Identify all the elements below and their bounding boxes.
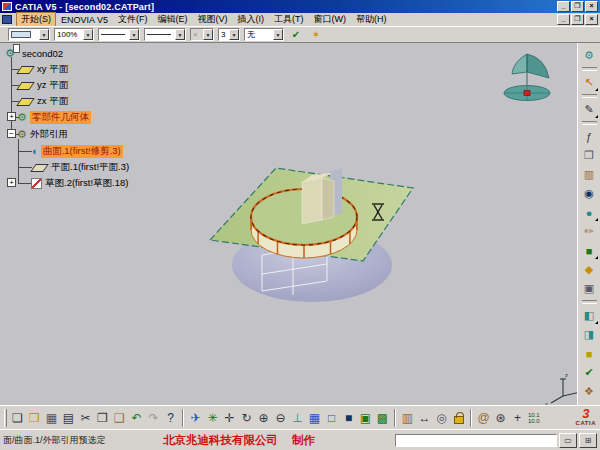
menu-edit[interactable]: 编辑(E): [153, 12, 193, 27]
point-symbol-combo: × ▼: [190, 28, 214, 41]
zoom-out-icon[interactable]: ⊖: [272, 409, 289, 427]
axis-grid-icon[interactable]: +: [509, 409, 526, 427]
cut-icon[interactable]: ✂: [77, 409, 94, 427]
menu-insert[interactable]: 插入(I): [233, 12, 270, 27]
dialog-toggle-button[interactable]: ▭: [559, 433, 577, 448]
catalog-icon[interactable]: ▥: [580, 165, 599, 184]
tree-item-yz-plane[interactable]: yz 平面: [17, 78, 68, 93]
expander-external-refs[interactable]: −: [7, 129, 16, 138]
app-icon: [2, 2, 12, 11]
menu-view[interactable]: 视图(V): [193, 12, 233, 27]
tree-item-surface-1[interactable]: ◖ 曲面.1(first!修剪.3): [31, 144, 123, 159]
sweep-surface-icon[interactable]: ◧: [580, 306, 599, 325]
expander-part-body[interactable]: +: [7, 112, 16, 121]
globe-icon[interactable]: ⊛: [492, 409, 509, 427]
line-type-combo[interactable]: ▼: [144, 28, 186, 41]
copy-icon[interactable]: ❐: [94, 409, 111, 427]
camera-view-icon[interactable]: ◉: [580, 184, 599, 203]
fit-all-icon[interactable]: ✳: [204, 409, 221, 427]
print-icon[interactable]: ▤: [60, 409, 77, 427]
window-layout-icon[interactable]: ❐: [580, 146, 599, 165]
context-help-icon[interactable]: ?: [162, 409, 179, 427]
tree-item-xy-plane[interactable]: xy 平面: [17, 62, 68, 77]
menu-file[interactable]: 文件(F): [113, 12, 153, 27]
document-icon[interactable]: [2, 15, 12, 24]
tree-item-zx-plane[interactable]: zx 平面: [17, 94, 68, 109]
menu-tools[interactable]: 工具(T): [269, 12, 309, 27]
company-watermark: 北京兆迪科技有限公司: [163, 433, 278, 448]
menu-window[interactable]: 窗口(W): [309, 12, 352, 27]
lock-icon[interactable]: [450, 409, 467, 427]
minimize-button[interactable]: _: [557, 1, 570, 12]
toolbar-grip[interactable]: [4, 409, 7, 427]
tree-item-external-refs[interactable]: ⚙ 外部引用: [17, 127, 68, 142]
sphere-surface-icon[interactable]: ●: [580, 203, 599, 222]
knowledge-button[interactable]: ⊞: [579, 433, 597, 448]
close-surface-icon[interactable]: ✔: [580, 363, 599, 382]
normal-view-icon[interactable]: ⊥: [289, 409, 306, 427]
new-document-icon[interactable]: ❏: [9, 409, 26, 427]
rotate-icon[interactable]: ↻: [238, 409, 255, 427]
compass-3d[interactable]: [504, 54, 550, 101]
open-folder-icon[interactable]: ❒: [26, 409, 43, 427]
graphic-properties-toolbar: ▼ 100% ▼ ▼ ▼ × ▼ 3 ▼ 无 ▼ ✔ ✶: [0, 26, 600, 43]
select-pointer-icon[interactable]: ↖: [580, 73, 599, 92]
swirl-catalog-icon[interactable]: @: [475, 409, 492, 427]
menu-help[interactable]: 帮助(H): [351, 12, 392, 27]
shaded-view-icon[interactable]: ■: [340, 409, 357, 427]
fly-mode-icon[interactable]: ✈: [187, 409, 204, 427]
point-size-combo[interactable]: 3 ▼: [218, 28, 240, 41]
annotation-icon[interactable]: ✏: [580, 222, 599, 241]
iso-view-icon[interactable]: □: [323, 409, 340, 427]
update-gear-icon[interactable]: ⚙: [580, 46, 599, 65]
tree-root-part[interactable]: ⚙ second02: [5, 46, 63, 61]
chevron-down-icon[interactable]: ▼: [229, 29, 239, 40]
join-surface-icon[interactable]: ❖: [580, 382, 599, 401]
measure-inertia-icon[interactable]: ◎: [433, 409, 450, 427]
tree-item-sketch-2[interactable]: 草图.2(first!草图.18): [31, 176, 128, 191]
chevron-down-icon[interactable]: ▼: [175, 29, 185, 40]
multi-view-icon[interactable]: ▦: [306, 409, 323, 427]
zoom-in-icon[interactable]: ⊕: [255, 409, 272, 427]
shaded-edges-icon[interactable]: ▣: [357, 409, 374, 427]
part-solid-icon[interactable]: ■: [580, 241, 599, 260]
properties-wizard-button[interactable]: ✶: [308, 28, 324, 42]
chevron-down-icon[interactable]: ▼: [83, 29, 93, 40]
line-weight-combo[interactable]: ▼: [98, 28, 140, 41]
opacity-combo[interactable]: 100% ▼: [54, 28, 94, 41]
extrude-volume-icon[interactable]: ■: [580, 344, 599, 363]
save-icon[interactable]: ▦: [43, 409, 60, 427]
doc-restore-button[interactable]: ❐: [571, 14, 584, 25]
menu-start[interactable]: 开始(S): [16, 12, 56, 27]
close-button[interactable]: ×: [585, 1, 598, 12]
doc-close-button[interactable]: ×: [585, 14, 598, 25]
power-input-field[interactable]: [395, 434, 557, 447]
chevron-down-icon[interactable]: ▼: [129, 29, 139, 40]
undo-icon[interactable]: ↶: [128, 409, 145, 427]
wireframe-view-icon[interactable]: ▩: [374, 409, 391, 427]
menu-enovia[interactable]: ENOVIA V5: [56, 14, 113, 26]
chevron-down-icon[interactable]: ▼: [39, 29, 49, 40]
expander-sketch[interactable]: +: [7, 178, 16, 187]
manipulate-icon[interactable]: ▣: [580, 279, 599, 298]
tree-line: [18, 139, 19, 184]
formula-icon[interactable]: ƒ: [580, 127, 599, 146]
pan-icon[interactable]: ✛: [221, 409, 238, 427]
paste-icon[interactable]: ❑: [111, 409, 128, 427]
measure-item-icon[interactable]: ▥: [399, 409, 416, 427]
standard-toolbar: ❏ ❒ ▦ ▤ ✂ ❐ ❑ ↶ ↷ ? ✈ ✳ ✛ ↻ ⊕ ⊖ ⊥ ▦ □ ■ …: [0, 405, 600, 429]
fill-color-combo[interactable]: ▼: [8, 28, 50, 41]
measure-between-icon[interactable]: ↔: [416, 409, 433, 427]
apply-properties-button[interactable]: ✔: [288, 28, 304, 42]
doc-minimize-button[interactable]: _: [557, 14, 570, 25]
tree-item-plane-1[interactable]: 平面.1(first!平面.3): [31, 160, 129, 175]
maximize-button[interactable]: ❐: [571, 1, 584, 12]
surface-offset-icon[interactable]: ◆: [580, 260, 599, 279]
sketcher-icon[interactable]: ✎: [580, 100, 599, 119]
fill-surface-icon[interactable]: ◨: [580, 325, 599, 344]
chevron-down-icon[interactable]: ▼: [273, 29, 283, 40]
compass-anchor-dot[interactable]: [524, 91, 530, 96]
viewport-3d[interactable]: z y x + − + ⚙ seco: [0, 43, 577, 405]
render-style-combo[interactable]: 无 ▼: [244, 28, 284, 41]
tree-item-part-body[interactable]: ⚙ 零部件几何体: [17, 110, 91, 125]
